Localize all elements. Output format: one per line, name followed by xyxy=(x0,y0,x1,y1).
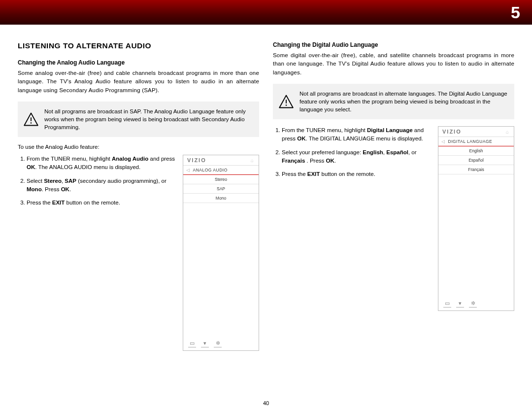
left-warning-text: Not all programs are broadcast in SAP. T… xyxy=(44,107,252,131)
right-body: Some digital over-the-air (free), cable,… xyxy=(273,51,514,77)
right-steps-wrap: From the TUNER menu, highlight Digital L… xyxy=(273,126,514,311)
page-body: LISTENING TO ALTERNATE AUDIO Changing th… xyxy=(0,25,532,351)
step-item: Press the EXIT button on the remote. xyxy=(27,199,176,207)
right-column: Changing the Digital Audio Language Some… xyxy=(273,41,514,351)
mock-menu-item: Stereo xyxy=(183,175,259,184)
right-warning-text: Not all programs are broadcast in altern… xyxy=(299,90,507,113)
chapter-bar: 5 xyxy=(0,0,532,25)
down-icon: ▾ xyxy=(456,300,464,308)
step-item: Press the EXIT button on the remote. xyxy=(282,170,431,178)
left-steps: From the TUNER menu, highlight Analog Au… xyxy=(18,155,176,212)
step-item: From the TUNER menu, highlight Analog Au… xyxy=(27,155,176,172)
right-steps: From the TUNER menu, highlight Digital L… xyxy=(273,126,431,183)
home-icon: ⌂ xyxy=(251,158,255,163)
back-arrow-icon: ◁ xyxy=(186,168,190,172)
mock-menu-title: ANALOG AUDIO xyxy=(193,168,228,172)
warning-icon xyxy=(279,95,294,108)
mock-menu-title: DIGITAL LANGUAGE xyxy=(448,139,493,144)
mock-menu-item: SAP xyxy=(183,184,259,194)
cc-icon: ▭ xyxy=(443,300,451,308)
svg-point-1 xyxy=(31,122,32,124)
mock-brand: VIZIO xyxy=(187,157,206,163)
left-warning-box: Not all programs are broadcast in SAP. T… xyxy=(18,102,259,137)
step-item: Select your preferred language: English,… xyxy=(282,148,431,166)
chapter-number: 5 xyxy=(511,3,520,22)
mock-header: VIZIO ⌂ xyxy=(183,155,259,166)
svg-point-3 xyxy=(286,104,287,106)
left-intro: To use the Analog Audio feature: xyxy=(18,144,259,150)
page-number: 40 xyxy=(0,400,532,406)
back-arrow-icon: ◁ xyxy=(441,139,445,144)
mock-footer: ▭ ▾ ✲ xyxy=(438,297,514,310)
step-item: Select Stereo, SAP (secondary audio prog… xyxy=(27,177,176,194)
gear-icon: ✲ xyxy=(469,300,477,308)
mock-footer: ▭ ▾ ✲ xyxy=(183,337,259,350)
home-icon: ⌂ xyxy=(506,129,510,135)
mock-menu-item: Français xyxy=(438,165,514,174)
gear-icon: ✲ xyxy=(214,340,222,347)
left-body: Some analog over-the-air (free) and cabl… xyxy=(18,69,259,95)
cc-icon: ▭ xyxy=(188,340,196,347)
warning-icon xyxy=(24,112,38,126)
mock-menu-item: Mono xyxy=(183,194,259,203)
mock-menu-item: English xyxy=(438,146,514,156)
digital-language-mock: VIZIO ⌂ ◁ DIGITAL LANGUAGE EnglishEspaño… xyxy=(438,126,514,311)
mock-header: VIZIO ⌂ xyxy=(438,127,514,137)
mock-brand: VIZIO xyxy=(442,129,462,135)
analog-audio-mock: VIZIO ⌂ ◁ ANALOG AUDIO StereoSAPMono ▭ ▾… xyxy=(183,155,259,351)
left-subheading: Changing the Analog Audio Language xyxy=(18,59,259,66)
down-icon: ▾ xyxy=(201,340,209,347)
right-subheading: Changing the Digital Audio Language xyxy=(273,41,514,48)
step-item: From the TUNER menu, highlight Digital L… xyxy=(282,126,431,143)
section-title: LISTENING TO ALTERNATE AUDIO xyxy=(18,41,259,50)
left-column: LISTENING TO ALTERNATE AUDIO Changing th… xyxy=(18,41,259,351)
mock-menu-item: Español xyxy=(438,156,514,165)
mock-menu-title-row: ◁ ANALOG AUDIO xyxy=(183,166,259,175)
right-warning-box: Not all programs are broadcast in altern… xyxy=(273,84,514,119)
left-steps-wrap: From the TUNER menu, highlight Analog Au… xyxy=(18,155,259,351)
mock-menu-title-row: ◁ DIGITAL LANGUAGE xyxy=(438,137,514,146)
